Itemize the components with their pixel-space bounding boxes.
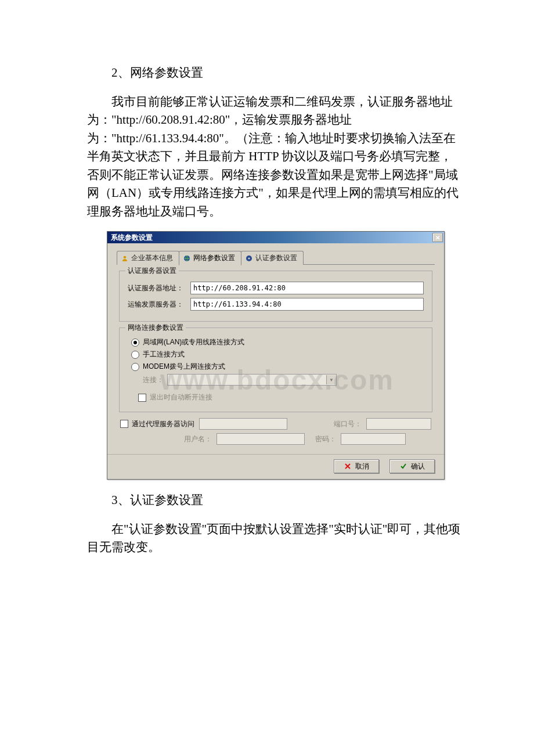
- radio-icon: [131, 351, 139, 359]
- section-2-title: 2、网络参数设置: [87, 64, 464, 82]
- tab-enterprise-info[interactable]: 企业基本信息: [117, 251, 179, 265]
- checkbox-label: 退出时自动断开连接: [150, 393, 212, 402]
- proxy-row: 通过代理服务器访问 端口号：: [120, 418, 431, 430]
- port-input: [366, 418, 431, 430]
- radio-label: MODEM拨号上网连接方式: [143, 362, 225, 372]
- button-label: 确认: [411, 462, 425, 471]
- close-button[interactable]: ✕: [432, 233, 443, 242]
- radio-label: 手工连接方式: [143, 350, 185, 359]
- auth-server-label: 认证服务器地址：: [128, 283, 186, 293]
- password-label: 密码：: [315, 434, 336, 444]
- proxy-checkbox[interactable]: 通过代理服务器访问: [120, 419, 194, 429]
- ok-button[interactable]: 确认: [389, 459, 435, 473]
- tab-label: 认证参数设置: [255, 253, 297, 263]
- connection-row: 连接： ▼: [143, 374, 424, 386]
- group-legend: 认证服务器设置: [125, 266, 179, 276]
- dialog-button-bar: 取消 确认: [107, 454, 444, 479]
- section-2-body: 我市目前能够正常认证运输发票和二维码发票，认证服务器地址为："http://60…: [87, 93, 464, 221]
- tab-label: 企业基本信息: [131, 253, 173, 263]
- tab-label: 网络参数设置: [193, 253, 235, 263]
- credentials-row: 用户名： 密码：: [120, 433, 431, 445]
- connection-select: ▼: [167, 374, 337, 386]
- cancel-button[interactable]: 取消: [334, 459, 379, 473]
- system-settings-dialog: 系统参数设置 ✕ 企业基本信息 网络参数设置: [107, 231, 445, 480]
- checkbox-icon: [120, 420, 128, 428]
- proxy-address-input: [199, 418, 287, 430]
- person-icon: [121, 254, 129, 262]
- radio-icon: [131, 363, 139, 371]
- password-input: [341, 433, 406, 445]
- group-legend: 网络连接参数设置: [125, 323, 186, 333]
- section-3-body: 在"认证参数设置"页面中按默认设置选择"实时认证"即可，其他项目无需改变。: [87, 520, 464, 557]
- check-icon: [399, 462, 407, 470]
- checkbox-icon: [138, 394, 146, 402]
- radio-label: 局域网(LAN)或专用线路连接方式: [143, 337, 244, 347]
- svg-point-3: [248, 257, 250, 259]
- transport-server-label: 运输发票服务器：: [128, 300, 186, 309]
- auth-server-input[interactable]: [190, 282, 424, 294]
- port-label: 端口号：: [334, 419, 362, 429]
- radio-lan[interactable]: 局域网(LAN)或专用线路连接方式: [131, 337, 424, 347]
- section-3-title: 3、认证参数设置: [87, 491, 464, 510]
- tabs-row: 企业基本信息 网络参数设置 认证参数设置: [107, 243, 444, 265]
- button-label: 取消: [355, 462, 369, 471]
- network-conn-group: 网络连接参数设置 局域网(LAN)或专用线路连接方式 手工连接方式 MODEM拨…: [119, 327, 432, 412]
- svg-point-0: [124, 255, 126, 258]
- auth-server-group: 认证服务器设置 认证服务器地址： 运输发票服务器：: [119, 271, 432, 322]
- globe-icon: [183, 254, 191, 262]
- username-input: [217, 433, 305, 445]
- tab-network-settings[interactable]: 网络参数设置: [179, 251, 241, 265]
- transport-server-input[interactable]: [190, 298, 424, 311]
- radio-modem[interactable]: MODEM拨号上网连接方式: [131, 362, 424, 372]
- gear-icon: [245, 254, 253, 262]
- chevron-down-icon: ▼: [326, 375, 336, 384]
- dialog-titlebar: 系统参数设置 ✕: [107, 232, 444, 243]
- close-icon: ✕: [435, 235, 440, 241]
- exit-disconnect-checkbox: 退出时自动断开连接: [138, 393, 424, 402]
- cross-icon: [344, 462, 352, 470]
- tab-auth-settings[interactable]: 认证参数设置: [241, 251, 304, 265]
- username-label: 用户名：: [184, 434, 212, 444]
- radio-icon: [131, 339, 139, 347]
- radio-manual[interactable]: 手工连接方式: [131, 350, 424, 359]
- connection-label: 连接：: [143, 375, 164, 385]
- dialog-title: 系统参数设置: [111, 233, 153, 243]
- checkbox-label: 通过代理服务器访问: [132, 419, 194, 429]
